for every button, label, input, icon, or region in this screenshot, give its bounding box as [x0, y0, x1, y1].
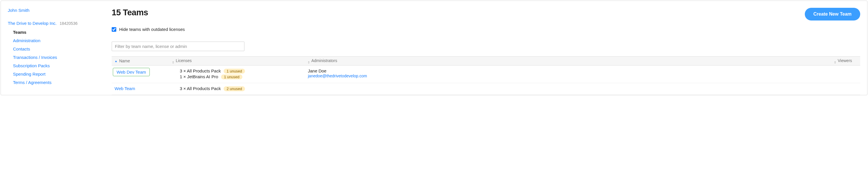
org-id: 18420536 [59, 21, 78, 26]
col-licenses-label: Licenses [176, 58, 192, 63]
teams-table: ▲Name Licenses Administrators Viewers [112, 56, 860, 95]
hide-outdated-row: Hide teams with outdated licenses [112, 27, 860, 32]
col-name[interactable]: ▲Name [112, 57, 169, 65]
table-row: Web Dev Team 3 × All Products Pack 1 unu… [112, 65, 860, 83]
sort-asc-icon: ▲ [115, 59, 118, 63]
hide-outdated-label[interactable]: Hide teams with outdated licenses [119, 27, 185, 32]
user-link[interactable]: John Smith [8, 8, 29, 13]
license-line: 3 × All Products Pack 2 unused [172, 86, 302, 91]
sort-icon [308, 61, 310, 63]
create-new-team-button[interactable]: Create New Team [805, 8, 860, 21]
table-row: Web Team 3 × All Products Pack 2 unused [112, 83, 860, 95]
admin-name: Jane Doe [308, 68, 327, 73]
nav-item-teams[interactable]: Teams [13, 30, 106, 35]
license-line: 3 × All Products Pack 1 unused [172, 68, 302, 73]
table-header-row: ▲Name Licenses Administrators Viewers [112, 57, 860, 65]
main-header: 15 Teams Create New Team [112, 8, 860, 21]
nav-item-subscription-packs[interactable]: Subscription Packs [13, 63, 106, 68]
team-link[interactable]: Web Dev Team [113, 68, 150, 76]
col-admins-label: Administrators [311, 58, 337, 63]
col-viewers[interactable]: Viewers [831, 57, 860, 65]
license-text: 1 × JetBrains AI Pro [180, 74, 218, 79]
col-administrators[interactable]: Administrators [305, 57, 831, 65]
hide-outdated-checkbox[interactable] [112, 27, 116, 32]
filter-input[interactable] [112, 41, 244, 51]
org-row: The Drive to Develop Inc. 18420536 [8, 21, 106, 26]
main: 15 Teams Create New Team Hide teams with… [112, 8, 860, 95]
nav-item-transactions[interactable]: Transactions / Invoices [13, 55, 106, 60]
admin-email[interactable]: janedoe@thedrivetodevelop.com [308, 73, 829, 78]
sidebar: John Smith The Drive to Develop Inc. 184… [8, 8, 106, 95]
team-link[interactable]: Web Team [115, 86, 135, 91]
license-line: 1 × JetBrains AI Pro 1 unused [172, 74, 302, 80]
org-link[interactable]: The Drive to Develop Inc. [8, 21, 57, 26]
nav-item-contacts[interactable]: Contacts [13, 47, 106, 51]
nav-item-administration[interactable]: Administration [13, 38, 106, 43]
col-licenses[interactable]: Licenses [169, 57, 305, 65]
nav-item-spending-report[interactable]: Spending Report [13, 71, 106, 77]
license-text: 3 × All Products Pack [180, 68, 221, 73]
license-text: 3 × All Products Pack [180, 86, 221, 91]
col-name-label: Name [119, 59, 130, 63]
unused-badge: 1 unused [224, 69, 245, 73]
page: John Smith The Drive to Develop Inc. 184… [1, 1, 867, 95]
nav-item-terms[interactable]: Terms / Agreements [13, 80, 106, 85]
sort-icon [834, 61, 836, 63]
unused-badge: 1 unused [221, 74, 242, 80]
sort-icon [172, 61, 174, 63]
col-viewers-label: Viewers [838, 58, 852, 63]
page-title: 15 Teams [112, 8, 148, 17]
nav: Teams Administration Contacts Transactio… [8, 30, 106, 85]
unused-badge: 2 unused [224, 86, 245, 91]
